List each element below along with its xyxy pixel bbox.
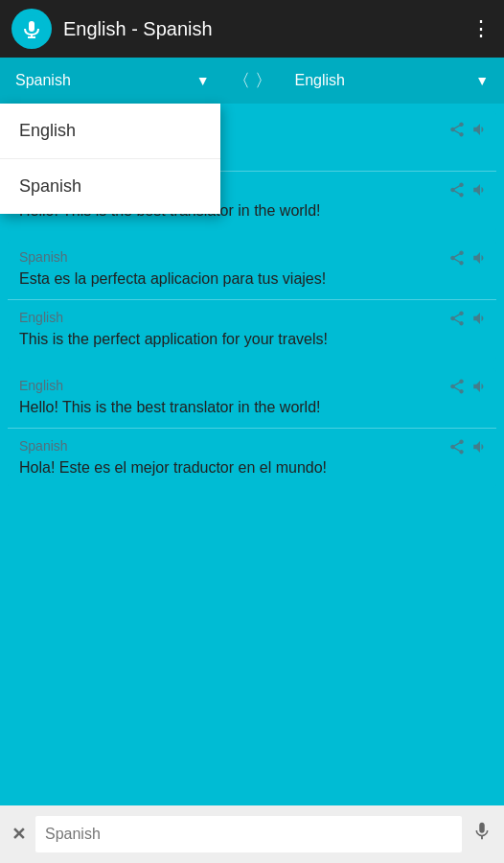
translation-input[interactable] bbox=[35, 816, 462, 852]
translation-card: Spanish Esta es la perfecta aplicacion p… bbox=[8, 240, 496, 361]
menu-icon[interactable]: ⋮ bbox=[470, 16, 493, 41]
app-title: English - Spanish bbox=[63, 18, 470, 40]
right-language-arrow: ▼ bbox=[475, 73, 489, 88]
card-source-label: English bbox=[19, 378, 485, 393]
left-language-arrow: ▼ bbox=[196, 73, 210, 88]
share-icon-6[interactable] bbox=[448, 438, 466, 460]
language-swap-icon[interactable]: 〈 〉 bbox=[225, 69, 280, 92]
audio-icon-4[interactable] bbox=[471, 310, 489, 332]
microphone-button[interactable] bbox=[471, 821, 493, 848]
card-target-icons bbox=[448, 181, 489, 203]
card-source-section: English Hello! This is the best translat… bbox=[8, 368, 496, 429]
card-target-icons bbox=[448, 438, 489, 460]
app-avatar bbox=[11, 9, 52, 49]
card-target-label: English bbox=[19, 310, 485, 325]
audio-icon-2[interactable] bbox=[471, 181, 489, 203]
left-language-selector[interactable]: Spanish ▼ bbox=[0, 58, 225, 104]
card-source-label: Spanish bbox=[19, 249, 485, 265]
share-icon[interactable] bbox=[448, 121, 466, 143]
card-source-icons bbox=[448, 249, 489, 271]
card-source-icons bbox=[448, 121, 489, 143]
card-source-section: Spanish Esta es la perfecta aplicacion p… bbox=[8, 240, 496, 300]
right-language-label: English bbox=[295, 72, 345, 89]
dropdown-item-spanish[interactable]: Spanish bbox=[0, 159, 220, 214]
audio-icon[interactable] bbox=[471, 121, 489, 143]
clear-button[interactable]: ✕ bbox=[11, 824, 26, 845]
left-language-label: Spanish bbox=[15, 72, 71, 89]
right-language-selector[interactable]: English ▼ bbox=[280, 58, 504, 104]
audio-icon-6[interactable] bbox=[471, 438, 489, 460]
share-icon-3[interactable] bbox=[448, 249, 466, 271]
share-icon-4[interactable] bbox=[448, 310, 466, 332]
app-header: English - Spanish ⋮ bbox=[0, 0, 504, 58]
share-icon-2[interactable] bbox=[448, 181, 466, 203]
audio-icon-3[interactable] bbox=[471, 249, 489, 271]
audio-icon-5[interactable] bbox=[471, 378, 489, 400]
card-source-icons bbox=[448, 378, 489, 400]
card-target-text: This is the perfect application for your… bbox=[19, 329, 485, 350]
card-target-section: English This is the perfect application … bbox=[8, 300, 496, 360]
input-bar: ✕ bbox=[0, 805, 504, 863]
language-dropdown: English Spanish bbox=[0, 104, 220, 214]
share-icon-5[interactable] bbox=[448, 378, 466, 400]
avatar-mic-icon bbox=[18, 15, 45, 42]
language-selector-bar: Spanish ▼ 〈 〉 English ▼ bbox=[0, 58, 504, 104]
card-target-section: Spanish Hola! Este es el mejor traductor… bbox=[8, 429, 496, 488]
card-target-label: Spanish bbox=[19, 438, 485, 454]
card-target-text: Hola! Este es el mejor traductor en el m… bbox=[19, 457, 485, 478]
card-source-text: Esta es la perfecta aplicacion para tus … bbox=[19, 268, 485, 290]
svg-rect-1 bbox=[29, 21, 34, 32]
card-target-icons bbox=[448, 310, 489, 332]
translation-card: English Hello! This is the best translat… bbox=[8, 368, 496, 489]
card-source-text: Hello! This is the best translator in th… bbox=[19, 397, 485, 418]
dropdown-item-english[interactable]: English bbox=[0, 104, 220, 159]
